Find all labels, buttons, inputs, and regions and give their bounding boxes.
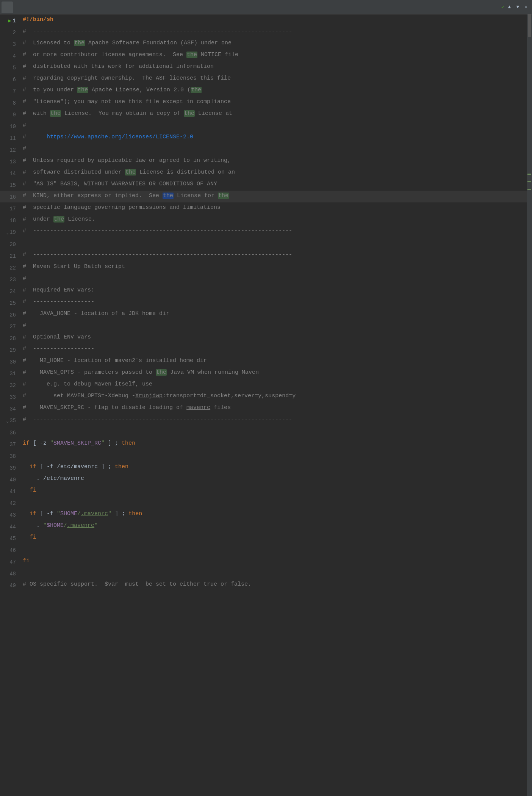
table-row: 2# -------------------------------------…: [0, 26, 527, 38]
table-row: 31# MAVEN_OPTS - parameters passed to th…: [0, 367, 527, 379]
up-button[interactable]: ▲: [507, 3, 513, 11]
line-content[interactable]: # ------------------: [20, 344, 527, 354]
fold-icon[interactable]: ⌄: [6, 230, 9, 235]
line-content[interactable]: # Required ENV vars:: [20, 285, 527, 296]
code-area[interactable]: ▶1#!/bin/sh2# --------------------------…: [0, 14, 527, 796]
line-number: 47: [0, 556, 20, 567]
table-row: 20: [0, 238, 527, 250]
line-number: 40: [0, 473, 20, 485]
line-content[interactable]: #: [20, 273, 527, 284]
line-content[interactable]: . /etc/mavenrc: [20, 473, 527, 484]
fold-icon[interactable]: ⌄: [6, 419, 9, 423]
line-content[interactable]: # "License"); you may not use this file …: [20, 97, 527, 107]
table-row: 36: [0, 426, 527, 438]
line-content[interactable]: if [ -f /etc/mavenrc ] ; then: [20, 462, 527, 472]
table-row: 9# with the License. You may obtain a co…: [0, 108, 527, 120]
line-content[interactable]: fi: [20, 556, 527, 566]
keyword: then: [115, 464, 128, 470]
line-number: ⌄19: [0, 226, 20, 238]
line-content[interactable]: # MAVEN_OPTS - parameters passed to the …: [20, 367, 527, 378]
scrollbar[interactable]: [527, 14, 532, 796]
line-content[interactable]: # JAVA_HOME - location of a JDK home dir: [20, 309, 527, 319]
line-number: 49: [0, 579, 20, 591]
file-tab[interactable]: [2, 2, 13, 13]
table-row: 5# distributed with this work for additi…: [0, 61, 527, 73]
string: ": [101, 440, 105, 447]
highlight-match: the: [156, 369, 167, 376]
line-content[interactable]: # with the License. You may obtain a cop…: [20, 108, 527, 119]
line-content[interactable]: # Optional ENV vars: [20, 332, 527, 343]
line-content[interactable]: # M2_HOME - location of maven2's install…: [20, 356, 527, 366]
table-row: 25# ------------------: [0, 297, 527, 309]
line-content[interactable]: # "AS IS" BASIS, WITHOUT WARRANTIES OR C…: [20, 179, 527, 190]
line-content[interactable]: #!/bin/sh: [20, 14, 527, 25]
table-row: 4# or more contributor license agreement…: [0, 50, 527, 61]
line-content[interactable]: # Licensed to the Apache Software Founda…: [20, 38, 527, 49]
line-content[interactable]: # software distributed under the License…: [20, 167, 527, 178]
table-row: 8# "License"); you may not use this file…: [0, 97, 527, 108]
line-content[interactable]: # distributed with this work for additio…: [20, 61, 527, 72]
line-number: 28: [0, 332, 20, 344]
line-content[interactable]: [20, 238, 527, 249]
line-content[interactable]: # Maven Start Up Batch script: [20, 262, 527, 272]
line-content[interactable]: fi: [20, 485, 527, 496]
table-row: 32# e.g. to debug Maven itself, use: [0, 379, 527, 391]
line-number: 16: [0, 191, 20, 202]
code-line: . "$HOME/.mavenrc": [23, 522, 98, 529]
line-number: 23: [0, 273, 20, 285]
line-content[interactable]: # Unless required by applicable law or a…: [20, 155, 527, 166]
line-content[interactable]: if [ -f "$HOME/.mavenrc" ] ; then: [20, 509, 527, 519]
line-content[interactable]: [20, 426, 527, 437]
keyword: if: [23, 440, 30, 447]
line-content[interactable]: # to you under the Apache License, Versi…: [20, 85, 527, 96]
table-row: 28# Optional ENV vars: [0, 332, 527, 344]
line-content[interactable]: [20, 544, 527, 555]
line-content[interactable]: [20, 567, 527, 578]
line-content[interactable]: # --------------------------------------…: [20, 414, 527, 425]
close-button[interactable]: ×: [523, 3, 529, 11]
line-content[interactable]: # --------------------------------------…: [20, 26, 527, 37]
string: ": [50, 440, 53, 447]
line-content[interactable]: # --------------------------------------…: [20, 250, 527, 260]
comment: # software distributed under the License…: [23, 169, 235, 175]
down-button[interactable]: ▼: [515, 3, 521, 11]
underline-text: mavenrc: [186, 404, 210, 411]
line-content[interactable]: [20, 450, 527, 461]
line-content[interactable]: # KIND, either express or implied. See t…: [20, 191, 527, 201]
comment: # https://www.apache.org/licenses/LICENS…: [23, 134, 193, 140]
comment: # Optional ENV vars: [23, 334, 91, 340]
line-content[interactable]: # set MAVEN_OPTS=-Xdebug -Xrunjdwp:trans…: [20, 391, 527, 401]
line-content[interactable]: # under the License.: [20, 214, 527, 225]
line-content[interactable]: #: [20, 120, 527, 131]
line-content[interactable]: # specific language governing permission…: [20, 202, 527, 213]
line-content[interactable]: fi: [20, 532, 527, 543]
line-content[interactable]: # ------------------: [20, 297, 527, 307]
line-content[interactable]: #: [20, 320, 527, 331]
line-content[interactable]: #: [20, 144, 527, 154]
comment: # with the License. You may obtain a cop…: [23, 110, 232, 117]
line-content[interactable]: # OS specific support. $var must be set …: [20, 579, 527, 590]
line-content[interactable]: # MAVEN_SKIP_RC - flag to disable loadin…: [20, 403, 527, 413]
comment: # KIND, either express or implied. See t…: [23, 193, 229, 199]
table-row: 44 . "$HOME/.mavenrc": [0, 520, 527, 532]
line-content[interactable]: # regarding copyright ownership. The ASF…: [20, 73, 527, 84]
keyword: then: [122, 440, 135, 447]
line-content[interactable]: . "$HOME/.mavenrc": [20, 520, 527, 531]
line-content[interactable]: # --------------------------------------…: [20, 226, 527, 237]
shebang: #!/bin/sh: [23, 16, 53, 23]
table-row: 23#: [0, 273, 527, 285]
comment: # OS specific support. $var must be set …: [23, 581, 251, 588]
line-content[interactable]: # or more contributor license agreements…: [20, 50, 527, 60]
line-content[interactable]: [20, 497, 527, 508]
comment: # Required ENV vars:: [23, 287, 94, 293]
line-number: 21: [0, 250, 20, 262]
string: ": [108, 511, 111, 517]
line-content[interactable]: # https://www.apache.org/licenses/LICENS…: [20, 132, 527, 143]
line-content[interactable]: if [ -z "$MAVEN_SKIP_RC" ] ; then: [20, 438, 527, 449]
highlight-match: the: [163, 193, 174, 199]
string: ": [57, 511, 60, 517]
url-link[interactable]: https://www.apache.org/licenses/LICENSE-…: [47, 134, 193, 140]
line-content[interactable]: # e.g. to debug Maven itself, use: [20, 379, 527, 390]
line-number: 11: [0, 132, 20, 144]
table-row: 13# Unless required by applicable law or…: [0, 155, 527, 167]
